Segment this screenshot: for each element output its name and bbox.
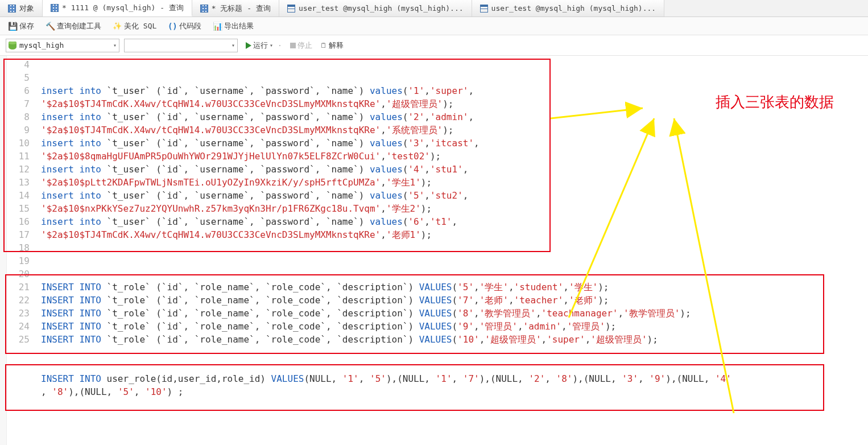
run-toolbar: mysql_high ▾ ▾ 运行 ▾ · 停止 🗒 解释 bbox=[0, 35, 868, 56]
tab-label: * 1111 @ (mysql_high) - 查询 bbox=[62, 3, 184, 13]
explain-button[interactable]: 🗒 解释 bbox=[320, 40, 344, 51]
code-snippet-button[interactable]: () 代码段 bbox=[166, 20, 204, 32]
toolbar-separator: · bbox=[278, 41, 282, 50]
chevron-down-icon: ▾ bbox=[113, 42, 117, 48]
tab-label: user_test @mysql_high (mysql_high)... bbox=[491, 4, 656, 13]
play-icon bbox=[246, 42, 251, 49]
beautify-sql-button[interactable]: ✨ 美化 SQL bbox=[110, 20, 159, 32]
editor-margin bbox=[0, 56, 7, 445]
tab-user-test-2[interactable]: user_test @mysql_high (mysql_high)... bbox=[472, 0, 665, 17]
query-builder-button[interactable]: 🔨 查询创建工具 bbox=[43, 20, 104, 32]
tab-label: user_test @mysql_high (mysql_high)... bbox=[299, 4, 464, 13]
stop-icon bbox=[290, 43, 296, 48]
explain-icon: 🗒 bbox=[320, 42, 327, 50]
toolbar-label: 查询创建工具 bbox=[57, 21, 101, 31]
export-icon: 📊 bbox=[213, 22, 222, 31]
tab-untitled-query[interactable]: * 无标题 - 查询 bbox=[192, 0, 279, 17]
run-label: 运行 bbox=[253, 40, 268, 51]
parentheses-icon: () bbox=[168, 22, 177, 31]
document-tabs: 对象 * 1111 @ (mysql_high) - 查询 * 无标题 - 查询… bbox=[0, 0, 868, 17]
stop-label: 停止 bbox=[297, 40, 312, 51]
tab-objects[interactable]: 对象 bbox=[0, 0, 43, 17]
wand-icon: ✨ bbox=[113, 22, 122, 31]
line-number-gutter: 45678910111213141516171819202122232425 bbox=[7, 56, 35, 445]
run-button[interactable]: 运行 ▾ bbox=[246, 40, 273, 51]
tab-label: * 无标题 - 查询 bbox=[212, 3, 271, 14]
table-icon bbox=[287, 5, 295, 13]
toolbar-label: 代码段 bbox=[179, 21, 201, 31]
stop-button[interactable]: 停止 bbox=[290, 40, 312, 51]
explain-label: 解释 bbox=[329, 40, 344, 51]
toolbar-label: 导出结果 bbox=[224, 21, 254, 31]
chevron-down-icon: ▾ bbox=[270, 42, 273, 48]
toolbar-label: 保存 bbox=[19, 21, 34, 31]
database-icon bbox=[9, 42, 16, 50]
tab-query-1111[interactable]: * 1111 @ (mysql_high) - 查询 bbox=[43, 0, 192, 17]
tab-label: 对象 bbox=[19, 3, 34, 14]
export-result-button[interactable]: 📊 导出结果 bbox=[210, 20, 256, 32]
objects-icon bbox=[8, 5, 16, 13]
query-icon bbox=[200, 5, 208, 13]
toolbar-label: 美化 SQL bbox=[124, 21, 156, 31]
save-button[interactable]: 💾 保存 bbox=[6, 20, 36, 32]
save-icon: 💾 bbox=[8, 22, 17, 31]
table-icon bbox=[480, 5, 488, 13]
code-textarea[interactable]: insert into `t_user` (`id`, `username`, … bbox=[35, 56, 868, 445]
sql-editor: 45678910111213141516171819202122232425 i… bbox=[0, 56, 868, 445]
chevron-down-icon: ▾ bbox=[232, 42, 235, 48]
annotation-label: 插入三张表的数据 bbox=[716, 96, 834, 109]
hammer-icon: 🔨 bbox=[46, 22, 55, 31]
database-selected: mysql_high bbox=[19, 41, 64, 50]
database-dropdown[interactable]: mysql_high ▾ bbox=[6, 39, 119, 52]
toolbar: 💾 保存 🔨 查询创建工具 ✨ 美化 SQL () 代码段 📊 导出结果 bbox=[0, 17, 868, 35]
schema-dropdown[interactable]: ▾ bbox=[124, 39, 238, 52]
tab-user-test-1[interactable]: user_test @mysql_high (mysql_high)... bbox=[279, 0, 472, 17]
query-icon bbox=[51, 4, 59, 12]
